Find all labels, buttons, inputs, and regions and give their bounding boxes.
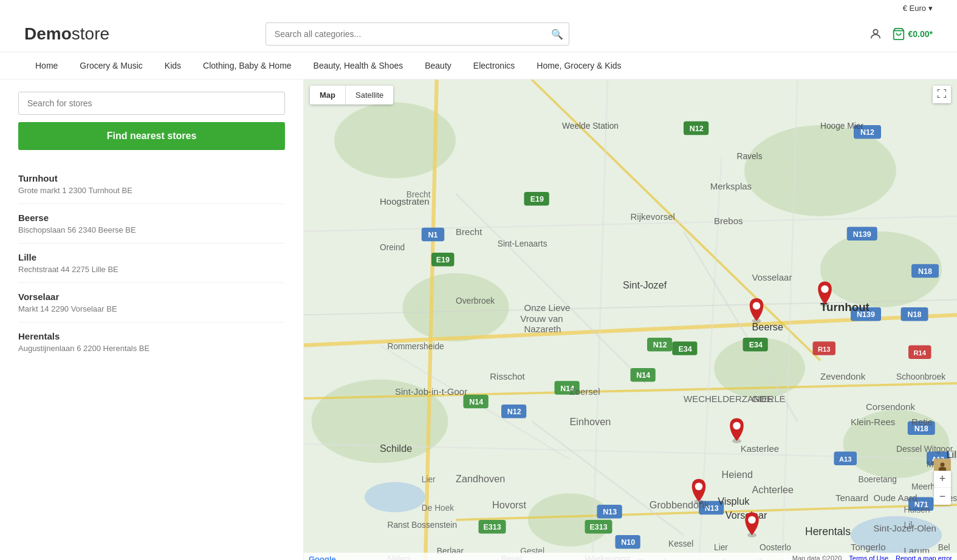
terms-of-use-link[interactable]: Terms of Use (849, 555, 888, 560)
svg-text:Einhoven: Einhoven (570, 416, 611, 427)
nav-item-electronics[interactable]: Electronics (462, 52, 526, 79)
svg-text:Brebos: Brebos (714, 216, 743, 226)
map-container[interactable]: N1 E19 E19 E34 E34 N12 N12 N12 N14 N14 N… (304, 80, 957, 560)
svg-text:N139: N139 (853, 230, 871, 239)
svg-text:GIERLE: GIERLE (752, 394, 786, 404)
svg-text:Klein-Rees: Klein-Rees (851, 417, 895, 427)
logo-regular: store (72, 24, 109, 43)
store-list-item[interactable]: Beerse Bischopslaan 56 2340 Beerse BE (18, 204, 285, 244)
svg-point-165 (748, 516, 756, 524)
site-logo[interactable]: Demostore (24, 24, 109, 44)
svg-text:Lier: Lier (714, 543, 728, 552)
svg-text:Oosterlo: Oosterlo (760, 543, 791, 552)
svg-text:Heiend: Heiend (722, 469, 753, 480)
svg-text:Ravels: Ravels (737, 152, 763, 161)
svg-text:Lille: Lille (947, 449, 958, 460)
svg-text:Retie: Retie (911, 417, 933, 427)
store-name: Beerse (18, 213, 285, 223)
nav-item-grocery-music[interactable]: Grocery & Music (69, 52, 153, 79)
cart-button[interactable]: €0.00* (892, 27, 932, 41)
svg-text:Ranst Bossenstein: Ranst Bossenstein (388, 521, 458, 530)
nav-item-kids[interactable]: Kids (154, 52, 192, 79)
fullscreen-icon (938, 89, 946, 98)
svg-text:Rijkevorsel: Rijkevorsel (631, 211, 675, 222)
svg-text:Achterlee: Achterlee (752, 484, 794, 495)
store-address: Rechtstraat 44 2275 Lille BE (18, 265, 285, 274)
store-address: Augustijnenlaan 6 2200 Herentals BE (18, 344, 285, 353)
zoom-out-button[interactable]: − (934, 488, 951, 505)
store-list-item[interactable]: Lille Rechtstraat 44 2275 Lille BE (18, 244, 285, 283)
svg-text:Weelde Station: Weelde Station (562, 121, 619, 131)
svg-text:Hooge Mier: Hooge Mier (820, 121, 863, 131)
store-name: Turnhout (18, 173, 285, 183)
svg-text:Bel: Bel (938, 543, 950, 552)
map-zoom-controls: + − (934, 471, 951, 505)
svg-text:N1: N1 (428, 231, 438, 239)
store-address: Markt 14 2290 Vorselaar BE (18, 304, 285, 313)
svg-text:Vosselaar: Vosselaar (752, 272, 792, 282)
store-search-input[interactable] (18, 92, 285, 115)
svg-text:E313: E313 (483, 523, 501, 531)
zoom-in-button[interactable]: + (934, 471, 951, 488)
nav-item-home-grocery[interactable]: Home, Grocery & Kids (526, 52, 632, 79)
nav-item-clothing[interactable]: Clothing, Baby & Home (192, 52, 303, 79)
cart-icon (892, 27, 905, 41)
svg-text:Vispluk: Vispluk (718, 496, 750, 507)
store-list-item[interactable]: Turnhout Grote markt 1 2300 Turnhout BE (18, 165, 285, 204)
currency-selector[interactable]: € Euro ▾ (903, 4, 933, 13)
svg-text:N18: N18 (908, 310, 922, 319)
svg-text:Sint-Job-in-t-Goor: Sint-Job-in-t-Goor (395, 386, 467, 397)
store-name: Lille (18, 252, 285, 262)
logo-bold: Demo (24, 24, 72, 43)
svg-text:Tenaard: Tenaard (835, 493, 868, 503)
svg-text:N12: N12 (653, 341, 667, 349)
search-button[interactable]: 🔍 (551, 29, 563, 40)
map-data-label: Map data ©2020 (792, 555, 842, 560)
svg-point-166 (941, 463, 945, 467)
svg-text:N12: N12 (507, 408, 521, 416)
map-type-controls: Map Satellite (310, 86, 393, 104)
store-list-item[interactable]: Vorselaar Markt 14 2290 Vorselaar BE (18, 283, 285, 323)
svg-text:N13: N13 (603, 508, 617, 516)
svg-point-163 (695, 483, 703, 491)
svg-point-12 (365, 482, 425, 513)
google-logo: Google (309, 555, 336, 560)
svg-text:Kessel: Kessel (668, 539, 693, 548)
global-search: 🔍 (266, 22, 569, 46)
svg-text:Vrouw van: Vrouw van (520, 313, 563, 324)
find-stores-button[interactable]: Find nearest stores (18, 122, 285, 150)
svg-text:Overbroek: Overbroek (456, 296, 495, 306)
map-fullscreen-button[interactable] (933, 86, 951, 103)
store-name: Vorselaar (18, 292, 285, 302)
account-icon-button[interactable] (869, 27, 882, 41)
svg-text:N14: N14 (636, 371, 650, 380)
svg-text:Sint-Jozef: Sint-Jozef (623, 279, 667, 290)
report-error-link[interactable]: Report a map error (896, 555, 952, 560)
svg-text:E19: E19 (436, 256, 450, 264)
store-name: Herentals (18, 331, 285, 341)
svg-point-161 (733, 422, 741, 430)
map-tab-map[interactable]: Map (310, 86, 346, 104)
svg-text:N18: N18 (918, 267, 932, 276)
svg-text:Hulsen: Hulsen (904, 505, 930, 514)
svg-text:Zevendonk: Zevendonk (820, 371, 866, 381)
svg-text:Schilde: Schilde (380, 443, 412, 454)
map-tab-satellite[interactable]: Satellite (346, 86, 393, 104)
search-input[interactable] (266, 22, 569, 46)
svg-text:Brecht: Brecht (406, 190, 431, 199)
svg-text:Lier: Lier (422, 475, 436, 484)
map-footer: Google Map data ©2020 Terms of Use Repor… (304, 553, 957, 560)
svg-text:Dessel Witgoor: Dessel Witgoor (896, 445, 953, 454)
nav-item-beauty-health[interactable]: Beauty, Health & Shoes (303, 52, 414, 79)
svg-text:Risschot: Risschot (490, 371, 525, 381)
user-icon (869, 27, 882, 41)
svg-text:Oreind: Oreind (380, 243, 405, 252)
store-list-item[interactable]: Herentals Augustijnenlaan 6 2200 Herenta… (18, 323, 285, 361)
svg-point-157 (821, 285, 829, 293)
nav-item-home[interactable]: Home (24, 52, 69, 79)
nav-item-beauty[interactable]: Beauty (414, 52, 462, 79)
svg-text:E313: E313 (589, 523, 607, 531)
svg-text:Nazareth: Nazareth (524, 324, 561, 334)
store-finder-panel: Find nearest stores Turnhout Grote markt… (0, 80, 304, 560)
svg-text:Lil: Lil (904, 521, 913, 530)
